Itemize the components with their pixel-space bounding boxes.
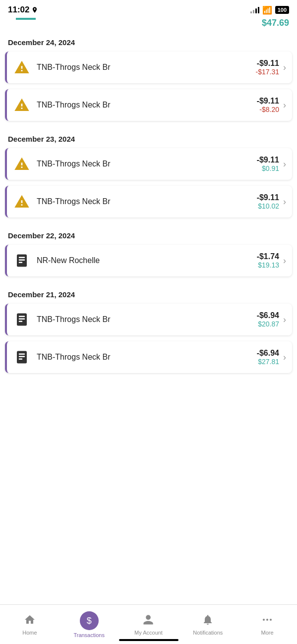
date-header-3: December 21, 2024 bbox=[0, 282, 297, 304]
more-label: More bbox=[261, 630, 274, 636]
nav-notifications[interactable]: Notifications bbox=[178, 605, 238, 644]
wifi-icon: 📶 bbox=[262, 5, 272, 15]
svg-point-12 bbox=[263, 619, 265, 621]
svg-rect-9 bbox=[19, 354, 25, 355]
transaction-name: NR-New Rochelle bbox=[37, 256, 257, 265]
top-balance: $47.69 bbox=[262, 18, 289, 28]
transactions-icon: $ bbox=[80, 611, 99, 630]
transaction-amounts: -$1.74 $19.13 bbox=[257, 252, 279, 269]
notifications-label: Notifications bbox=[193, 630, 223, 636]
transaction-amounts: -$9.11 -$17.31 bbox=[256, 59, 279, 76]
date-header-2: December 22, 2024 bbox=[0, 223, 297, 245]
bottom-nav: Home $ Transactions My Account Notificat… bbox=[0, 604, 297, 644]
transaction-item-t3[interactable]: TNB-Throgs Neck Br -$9.11 $0.91 › bbox=[5, 148, 292, 180]
transaction-amounts: -$9.11 -$8.20 bbox=[257, 97, 279, 113]
amount-charge: -$9.11 bbox=[257, 156, 279, 164]
svg-rect-7 bbox=[19, 321, 23, 322]
receipt-icon bbox=[13, 311, 31, 328]
amount-balance: $0.91 bbox=[262, 164, 279, 172]
nav-my-account[interactable]: My Account bbox=[119, 605, 178, 644]
transaction-item-t6[interactable]: TNB-Throgs Neck Br -$6.94 $20.87 › bbox=[5, 304, 292, 335]
home-indicator bbox=[119, 639, 178, 641]
transaction-amounts: -$9.11 $0.91 bbox=[257, 156, 279, 172]
transaction-name: TNB-Throgs Neck Br bbox=[37, 101, 257, 109]
transaction-item-t7[interactable]: TNB-Throgs Neck Br -$6.94 $27.81 › bbox=[5, 341, 292, 373]
chevron-right-icon: › bbox=[283, 159, 286, 169]
my-account-label: My Account bbox=[134, 630, 163, 636]
home-label: Home bbox=[22, 630, 37, 636]
amount-balance: -$8.20 bbox=[259, 106, 279, 113]
amount-balance: $19.13 bbox=[258, 261, 279, 269]
amount-charge: -$9.11 bbox=[257, 193, 279, 202]
warning-icon bbox=[13, 58, 31, 76]
date-header-1: December 23, 2024 bbox=[0, 127, 297, 148]
amount-charge: -$9.11 bbox=[257, 97, 279, 106]
transaction-amounts: -$9.11 $10.02 bbox=[257, 193, 279, 210]
svg-rect-3 bbox=[19, 262, 23, 264]
svg-rect-5 bbox=[19, 316, 25, 318]
notifications-icon bbox=[202, 614, 214, 628]
transaction-name: TNB-Throgs Neck Br bbox=[37, 63, 256, 72]
amount-balance: $20.87 bbox=[258, 320, 279, 328]
battery-icon: 100 bbox=[275, 6, 289, 14]
svg-rect-11 bbox=[19, 359, 23, 360]
transaction-item-t5[interactable]: NR-New Rochelle -$1.74 $19.13 › bbox=[5, 245, 292, 276]
transaction-name: TNB-Throgs Neck Br bbox=[37, 315, 257, 324]
transaction-item-t4[interactable]: TNB-Throgs Neck Br -$9.11 $10.02 › bbox=[5, 186, 292, 217]
chevron-right-icon: › bbox=[283, 62, 286, 73]
home-icon bbox=[24, 614, 36, 628]
chevron-right-icon: › bbox=[283, 256, 286, 266]
transaction-item-t1[interactable]: TNB-Throgs Neck Br -$9.11 -$17.31 › bbox=[5, 52, 292, 83]
svg-point-14 bbox=[270, 619, 272, 621]
warning-icon bbox=[13, 96, 31, 114]
status-icons: 📶 100 bbox=[250, 5, 289, 15]
nav-home[interactable]: Home bbox=[0, 605, 59, 644]
receipt-icon bbox=[13, 252, 31, 269]
chevron-right-icon: › bbox=[283, 315, 286, 325]
amount-charge: -$1.74 bbox=[257, 252, 279, 261]
signal-icon bbox=[250, 6, 259, 13]
transaction-item-t2[interactable]: TNB-Throgs Neck Br -$9.11 -$8.20 › bbox=[5, 89, 292, 121]
amount-charge: -$6.94 bbox=[257, 311, 279, 320]
receipt-icon bbox=[13, 348, 31, 366]
warning-icon bbox=[13, 155, 31, 173]
time-display: 11:02 bbox=[8, 5, 29, 15]
main-content: December 24, 2024 TNB-Throgs Neck Br -$9… bbox=[0, 30, 297, 424]
nav-transactions[interactable]: $ Transactions bbox=[59, 605, 119, 644]
chevron-right-icon: › bbox=[283, 352, 286, 363]
warning-icon bbox=[13, 193, 31, 211]
chevron-right-icon: › bbox=[283, 100, 286, 110]
amount-balance: $10.02 bbox=[258, 202, 279, 210]
svg-rect-6 bbox=[19, 319, 25, 320]
amount-balance: $27.81 bbox=[258, 358, 279, 366]
transaction-name: TNB-Throgs Neck Br bbox=[37, 353, 257, 362]
nav-more[interactable]: More bbox=[238, 605, 297, 644]
accent-bar bbox=[16, 18, 36, 20]
transactions-label: Transactions bbox=[73, 632, 105, 638]
transaction-amounts: -$6.94 $20.87 bbox=[257, 311, 279, 328]
svg-point-13 bbox=[266, 619, 268, 621]
svg-rect-1 bbox=[19, 257, 25, 259]
amount-charge: -$6.94 bbox=[257, 349, 279, 358]
svg-rect-2 bbox=[19, 260, 25, 261]
transaction-amounts: -$6.94 $27.81 bbox=[257, 349, 279, 366]
transaction-name: TNB-Throgs Neck Br bbox=[37, 160, 257, 168]
chevron-right-icon: › bbox=[283, 197, 286, 207]
my-account-icon bbox=[142, 614, 154, 628]
transaction-name: TNB-Throgs Neck Br bbox=[37, 197, 257, 206]
status-time: 11:02 bbox=[8, 5, 38, 15]
amount-charge: -$9.11 bbox=[257, 59, 279, 68]
amount-balance: -$17.31 bbox=[256, 68, 279, 76]
more-icon bbox=[261, 614, 273, 628]
status-bar: 11:02 📶 100 bbox=[0, 0, 297, 18]
date-header-0: December 24, 2024 bbox=[0, 30, 297, 52]
svg-rect-10 bbox=[19, 356, 25, 358]
location-icon bbox=[31, 6, 38, 13]
